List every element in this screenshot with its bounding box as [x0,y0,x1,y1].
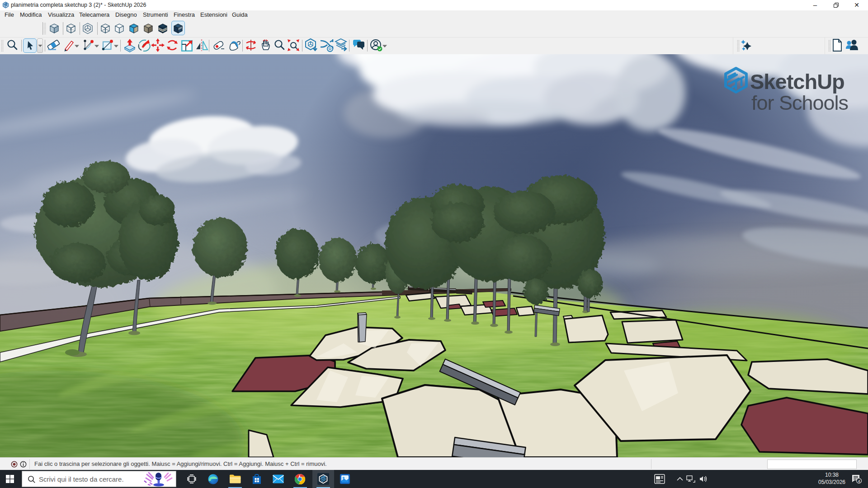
svg-text:4: 4 [858,479,860,483]
svg-text:for Schools: for Schools [751,91,848,114]
svg-text:SketchUp: SketchUp [750,70,844,94]
